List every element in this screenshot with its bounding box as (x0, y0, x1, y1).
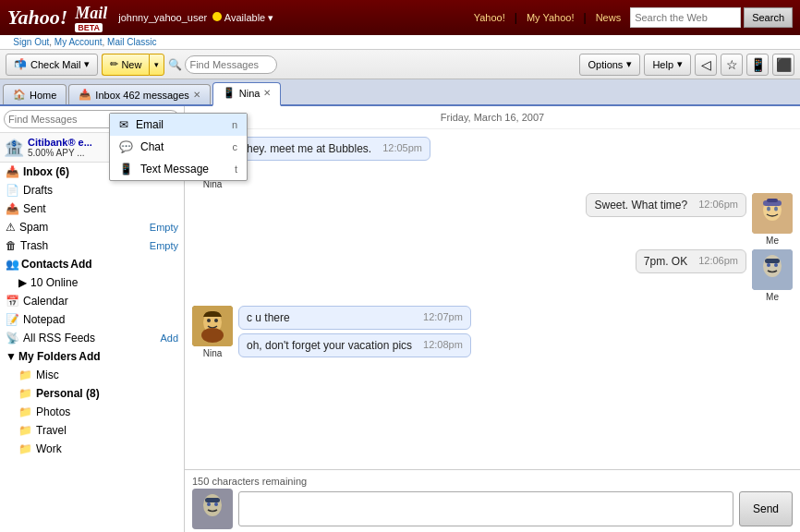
me-avatar-2 (752, 249, 793, 290)
tab-inbox[interactable]: 🏠 Home (3, 84, 67, 104)
sidebar-item-photos[interactable]: 📁 Photos (0, 403, 184, 421)
chat-area: Friday, March 16, 2007 (185, 106, 800, 532)
new-dropdown-arrow[interactable]: ▾ (149, 54, 164, 76)
tab-nina[interactable]: 📱 Nina ✕ (212, 82, 282, 106)
svg-rect-10 (767, 199, 778, 202)
chat-bubble-2: 12:06pm Sweet. What time? (586, 193, 746, 217)
sidebar-item-online[interactable]: ▶ 10 Online (0, 273, 184, 292)
new-dropdown-menu: ✉ Email n 💬 Chat c 📱 Text Message t (109, 113, 248, 181)
svg-point-12 (763, 255, 782, 277)
home-icon: 🏠 (13, 89, 26, 101)
nina-tab-label: Nina (239, 88, 261, 99)
top-search-input[interactable] (630, 7, 741, 28)
me-label-1: Me (766, 236, 779, 246)
yahoo-link[interactable]: Yahoo! (474, 12, 505, 23)
expand-icon[interactable]: ⬛ (772, 54, 794, 76)
msg-time-2: 12:06pm (698, 199, 738, 210)
msg-text-1: hey. meet me at Bubbles. (247, 142, 371, 155)
inbox-tab-close[interactable]: ✕ (193, 90, 200, 100)
svg-rect-23 (205, 498, 220, 502)
msg-text-3: 7pm. OK (644, 255, 687, 268)
chat-bubble-5: 12:08pm oh, don't forget your vacation p… (238, 333, 471, 357)
my-account-link[interactable]: My Account (55, 37, 103, 47)
sidebar-item-calendar[interactable]: 📅 Calendar (0, 292, 184, 310)
me-avatar-1 (752, 193, 793, 234)
help-button[interactable]: Help▾ (644, 54, 691, 76)
trash-empty-action[interactable]: Empty (150, 240, 178, 251)
svg-point-20 (201, 328, 224, 343)
options-button[interactable]: Options▾ (579, 54, 640, 76)
new-button-group: ✏ New ▾ (102, 54, 164, 76)
sidebar-item-work[interactable]: 📁 Work (0, 440, 184, 458)
news-link[interactable]: News (596, 12, 622, 23)
top-search-btn[interactable]: Search (744, 7, 793, 28)
me-avatar-wrap-1: Me (752, 193, 793, 246)
contacts-add[interactable]: Add (70, 258, 91, 271)
mail-logo: Mail BETA (75, 4, 107, 32)
new-main-button[interactable]: ✏ New (102, 54, 149, 76)
inbox-tab-label: Inbox 462 messages (95, 90, 189, 101)
top-search: Search (630, 7, 793, 28)
chat-bubble-4: 12:07pm c u there (238, 306, 471, 330)
check-mail-button[interactable]: 📬 Check Mail ▾ (6, 54, 98, 76)
find-messages-input[interactable] (185, 55, 277, 74)
toolbar: 📬 Check Mail ▾ ✏ New ▾ 🔍 Options▾ Help▾ … (0, 50, 800, 79)
msg-text-4: c u there (247, 311, 290, 324)
user-avatar-input (192, 489, 233, 529)
misc-folder-icon: 📁 (18, 369, 32, 381)
spam-folder-icon: ⚠ (6, 221, 16, 234)
spam-empty-action[interactable]: Empty (150, 222, 178, 233)
msg-text-5: oh, don't forget your vacation pics (247, 339, 412, 352)
my-folders-add[interactable]: Add (79, 350, 100, 363)
mobile-icon[interactable]: 📱 (746, 54, 769, 76)
dropdown-text-message[interactable]: 📱 Text Message t (110, 158, 247, 180)
svg-point-19 (214, 319, 218, 322)
svg-point-24 (207, 502, 211, 506)
sidebar-item-misc[interactable]: 📁 Misc (0, 366, 184, 384)
subheader: Sign Out, My Account, Mail Classic (0, 35, 800, 50)
chat-input-area: 150 characters remaining Send (185, 469, 800, 532)
message-row-4: Nina 12:07pm c u there 12:08pm oh, don't… (192, 306, 793, 358)
toolbar-right: Options▾ Help▾ ◁ ☆ 📱 ⬛ (579, 54, 794, 76)
calendar-icon: 📅 (6, 295, 19, 308)
contacts-icon: 👥 (6, 258, 19, 271)
sidebar-item-travel[interactable]: 📁 Travel (0, 421, 184, 440)
svg-point-22 (203, 494, 222, 516)
user-info: johnny_yahoo_user Available ▾ (118, 12, 273, 24)
svg-rect-13 (765, 259, 780, 263)
send-button[interactable]: Send (739, 491, 793, 526)
yahoo-logo: Yahoo! (7, 6, 67, 30)
sidebar-item-personal[interactable]: 📁 Personal (8) (0, 384, 184, 403)
sidebar-item-rss[interactable]: 📡 All RSS Feeds Add (0, 329, 184, 347)
chat-bubble-3: 12:06pm 7pm. OK (636, 249, 746, 273)
rss-add[interactable]: Add (160, 332, 178, 344)
signout-link[interactable]: Sign Out (13, 37, 49, 47)
triangle-icon-mf: ▼ (6, 350, 17, 363)
me-avatar-wrap-2: Me (752, 249, 793, 302)
chat-icon: 💬 (119, 140, 133, 153)
sidebar-item-drafts[interactable]: 📄 Drafts (0, 181, 184, 200)
sidebar-item-sent[interactable]: 📤 Sent (0, 200, 184, 218)
myyahoo-link[interactable]: My Yahoo! (527, 12, 575, 23)
search-icon: 🔍 (168, 58, 182, 71)
chat-text-input[interactable] (238, 491, 733, 526)
bookmark-icon[interactable]: ☆ (721, 54, 743, 76)
nina-multi-bubble: 12:07pm c u there 12:08pm oh, don't forg… (238, 306, 471, 357)
nina-tab-close[interactable]: ✕ (263, 88, 271, 98)
dropdown-email[interactable]: ✉ Email n (110, 114, 247, 136)
msg-time-3: 12:06pm (698, 255, 738, 266)
sidebar-item-trash[interactable]: 🗑 Trash Empty (0, 236, 184, 255)
tab-inbox-messages[interactable]: 📥 Inbox 462 messages ✕ (68, 84, 211, 104)
sidebar-item-notepad[interactable]: 📝 Notepad (0, 310, 184, 329)
sidebar-item-spam[interactable]: ⚠ Spam Empty (0, 218, 184, 236)
ad-sub: 5.00% APY ... (28, 148, 92, 158)
chars-remaining: 150 characters remaining (192, 474, 793, 489)
inbox-folder-icon: 📥 (6, 165, 19, 178)
prev-icon[interactable]: ◁ (695, 54, 717, 76)
mail-classic-link[interactable]: Mail Classic (107, 37, 156, 47)
status-dot (212, 12, 222, 21)
svg-point-9 (774, 207, 778, 212)
nina-avatar-wrap-2: Nina (192, 306, 233, 358)
work-folder-icon: 📁 (18, 442, 32, 455)
dropdown-chat[interactable]: 💬 Chat c (110, 136, 247, 158)
